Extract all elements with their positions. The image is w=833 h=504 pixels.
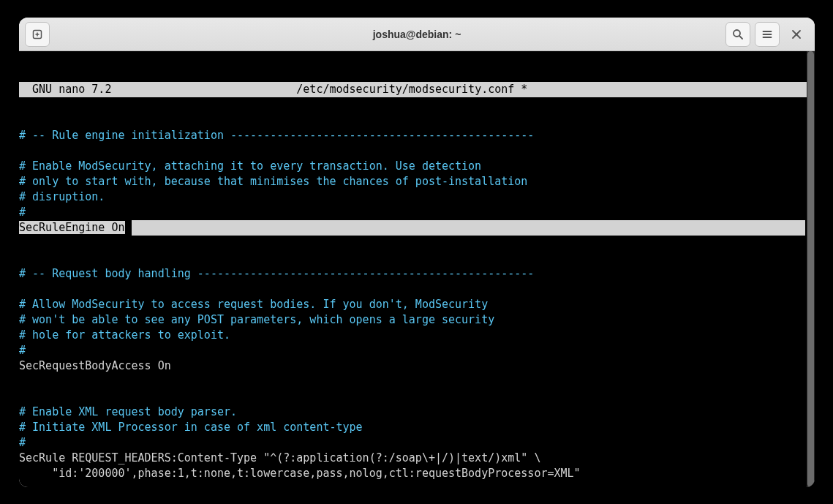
nano-filename: /etc/modsecurity/modsecurity.conf * <box>296 83 527 96</box>
editor-line: SecRuleEngine On <box>19 220 807 236</box>
scrollbar-thumb[interactable] <box>807 51 814 487</box>
editor-line <box>19 389 807 405</box>
editor-line <box>19 251 807 266</box>
scrollbar[interactable] <box>807 51 815 487</box>
editor-line: # <box>19 435 807 451</box>
editor-line: # hole for attackers to exploit. <box>19 328 807 343</box>
close-button[interactable] <box>784 22 809 47</box>
new-tab-icon <box>31 29 43 40</box>
window-title: joshua@debian: ~ <box>19 29 815 40</box>
menu-button[interactable] <box>755 22 780 47</box>
editor-line <box>19 236 807 251</box>
nano-version: GNU nano 7.2 <box>19 83 111 96</box>
editor-line: "id:'200000',phase:1,t:none,t:lowercase,… <box>19 466 807 481</box>
close-icon <box>791 29 802 40</box>
hamburger-icon <box>761 29 773 40</box>
editor-line: # Enable ModSecurity, attaching it to ev… <box>19 159 807 174</box>
editor-line: # -- Rule engine initialization --------… <box>19 128 807 143</box>
editor-line: # <box>19 205 807 220</box>
new-tab-button[interactable] <box>25 22 50 47</box>
editor-line: # -- Request body handling -------------… <box>19 266 807 282</box>
editor-line <box>19 143 807 159</box>
editor-line: # only to start with, because that minim… <box>19 174 807 189</box>
editor-line: # Initiate XML Processor in case of xml … <box>19 420 807 435</box>
editor-line <box>19 374 807 389</box>
nano-header: GNU nano 7.2 /etc/modsecurity/modsecurit… <box>19 82 807 97</box>
editor-line: # disruption. <box>19 189 807 205</box>
search-icon <box>732 29 744 40</box>
editor-line <box>19 481 807 487</box>
editor-line: # won't be able to see any POST paramete… <box>19 312 807 328</box>
search-button[interactable] <box>725 22 750 47</box>
terminal-area[interactable]: GNU nano 7.2 /etc/modsecurity/modsecurit… <box>19 51 815 487</box>
editor-line: # Enable XML request body parser. <box>19 405 807 420</box>
svg-line-4 <box>739 36 742 39</box>
editor-line: # <box>19 343 807 358</box>
editor-line: SecRequestBodyAccess On <box>19 358 807 374</box>
editor-line: SecRule REQUEST_HEADERS:Content-Type "^(… <box>19 451 807 466</box>
terminal-window: joshua@debian: ~ <box>19 18 815 487</box>
editor-line <box>19 282 807 297</box>
editor-line: # Allow ModSecurity to access request bo… <box>19 297 807 312</box>
editor-content: # -- Rule engine initialization --------… <box>19 128 807 487</box>
titlebar: joshua@debian: ~ <box>19 18 815 51</box>
